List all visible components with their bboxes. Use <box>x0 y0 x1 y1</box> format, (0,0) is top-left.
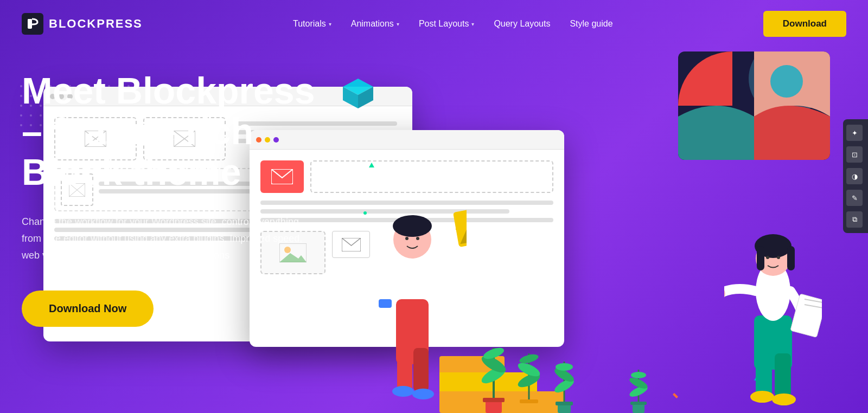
nav-post-layouts[interactable]: Post Layouts ▾ <box>419 19 475 29</box>
plant-4 <box>624 343 654 413</box>
plant-3 <box>548 332 580 413</box>
nav-animations[interactable]: Animations ▾ <box>351 19 399 29</box>
character-left <box>358 153 467 413</box>
hero-title: Meet Blockpress – feature rich Block the… <box>22 70 336 192</box>
svg-point-67 <box>766 256 769 259</box>
svg-point-5 <box>770 65 803 98</box>
svg-rect-66 <box>787 246 795 270</box>
logo-icon <box>22 13 43 35</box>
svg-rect-59 <box>775 353 791 397</box>
svg-point-53 <box>416 237 419 240</box>
main-nav: Tutorials ▾ Animations ▾ Post Layouts ▾ … <box>293 19 613 29</box>
hero-content: Meet Blockpress – feature rich Block the… <box>22 70 336 327</box>
svg-point-52 <box>405 237 409 240</box>
right-toolbar: ✦ ⊡ ◑ ✎ ⧉ <box>843 119 868 233</box>
plant-2 <box>510 315 548 413</box>
accent-rect-1 <box>456 228 460 230</box>
svg-point-48 <box>392 386 414 397</box>
logo-text: BLOCKPRESS <box>49 17 143 31</box>
svg-rect-31 <box>520 399 538 403</box>
svg-point-41 <box>631 372 646 378</box>
svg-rect-47 <box>413 348 429 391</box>
chevron-animations: ▾ <box>397 21 399 27</box>
svg-rect-37 <box>556 402 573 405</box>
accent-triangle-1 <box>369 163 374 167</box>
header-download-button[interactable]: Download <box>763 11 846 37</box>
accent-dot-1 <box>363 211 367 215</box>
nav-query-layouts[interactable]: Query Layouts <box>494 19 550 29</box>
logo[interactable]: BLOCKPRESS <box>22 13 143 35</box>
header: BLOCKPRESS Tutorials ▾ Animations ▾ Post… <box>0 0 868 48</box>
hero-description: Change the workflow for your Wordpress s… <box>22 214 304 263</box>
svg-point-60 <box>750 391 774 403</box>
nav-style-guide[interactable]: Style guide <box>570 19 612 29</box>
svg-rect-56 <box>379 299 392 308</box>
svg-point-35 <box>556 363 573 371</box>
svg-rect-65 <box>757 246 764 270</box>
svg-rect-58 <box>756 353 772 397</box>
download-now-button[interactable]: Download Now <box>22 291 154 327</box>
hero-section: const dp = document.querySelector('.dots… <box>0 0 868 413</box>
svg-rect-46 <box>397 348 412 391</box>
toolbar-icon-5[interactable]: ⧉ <box>846 211 863 228</box>
svg-point-51 <box>393 215 432 237</box>
nav-tutorials[interactable]: Tutorials ▾ <box>293 19 331 29</box>
chevron-post-layouts: ▾ <box>471 21 474 27</box>
svg-rect-43 <box>630 402 647 405</box>
decorative-art-panel <box>678 51 830 160</box>
svg-point-49 <box>412 389 434 399</box>
decorative-cube <box>336 76 380 119</box>
toolbar-icon-4[interactable]: ✎ <box>846 190 863 206</box>
svg-rect-25 <box>483 398 505 402</box>
svg-point-68 <box>777 256 780 259</box>
toolbar-icon-1[interactable]: ✦ <box>846 125 863 141</box>
svg-rect-75 <box>28 19 32 24</box>
toolbar-icon-3[interactable]: ◑ <box>846 168 863 184</box>
character-right <box>724 185 822 413</box>
accent-rect-2 <box>673 393 678 398</box>
toolbar-icon-2[interactable]: ⊡ <box>846 146 863 163</box>
svg-point-61 <box>772 393 796 405</box>
chevron-tutorials: ▾ <box>329 21 331 27</box>
plant-1 <box>472 305 515 413</box>
